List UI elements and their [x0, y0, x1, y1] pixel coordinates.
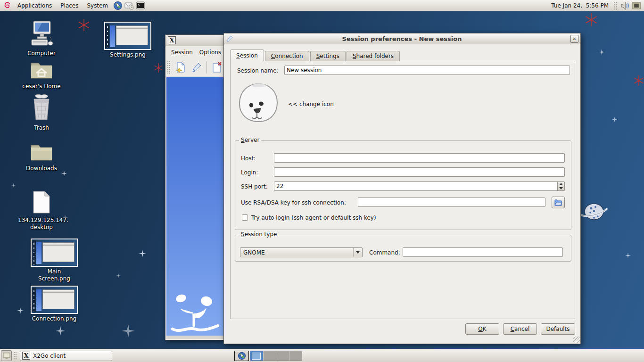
window-list-applet[interactable]: [234, 351, 249, 361]
terminal-launcher[interactable]: [136, 1, 145, 10]
desktop-icon-trash[interactable]: Trash: [18, 94, 65, 132]
host-input[interactable]: [274, 153, 565, 163]
file-manager-icon: [632, 1, 641, 10]
computer-icon: [29, 21, 54, 47]
delete-session-button[interactable]: [209, 60, 225, 74]
open-folder-icon: [554, 199, 562, 206]
panel-handle[interactable]: [614, 1, 618, 10]
change-icon-hint[interactable]: << change icon: [288, 101, 334, 107]
screenshot-thumbnail: [31, 286, 78, 314]
show-desktop-button[interactable]: [1, 350, 12, 361]
ssh-port-input[interactable]: [274, 181, 565, 191]
dropdown-selected-value: GNOME: [240, 249, 353, 256]
ok-button[interactable]: OK: [465, 323, 499, 335]
desktop-icon-downloads[interactable]: Downloads: [18, 141, 65, 172]
sparkle: [116, 273, 121, 278]
arrow-up-icon: [559, 183, 563, 185]
desktop-icon-computer[interactable]: Computer: [18, 21, 65, 57]
close-icon[interactable]: ✕: [570, 35, 578, 43]
resize-grip[interactable]: [573, 337, 580, 343]
tab-label: Connection: [271, 53, 303, 59]
tab-session[interactable]: Session: [230, 49, 264, 61]
session-type-dropdown[interactable]: GNOME: [240, 247, 363, 257]
home-folder-icon: [29, 59, 54, 80]
x2go-app-icon: X: [168, 36, 176, 44]
rsa-key-input[interactable]: [358, 197, 545, 207]
menu-applications[interactable]: Applications: [13, 1, 56, 10]
desktop-icon-desktop-file[interactable]: 134.129.125.147. desktop: [18, 190, 65, 231]
toolbar-separator: [206, 61, 207, 74]
menu-options[interactable]: Options: [199, 49, 221, 56]
envelope-icon: [124, 1, 134, 10]
spin-down-button[interactable]: [558, 186, 564, 190]
screenshot-thumbnail: [104, 22, 151, 50]
new-session-button[interactable]: [173, 60, 189, 74]
desktop-icon-label: Main Screen.png: [31, 268, 78, 282]
workspace-2[interactable]: [264, 351, 277, 361]
workspace-3[interactable]: [276, 351, 289, 361]
edit-session-button[interactable]: [189, 60, 205, 74]
rsa-key-label: Use RSA/DSA key for ssh connection:: [241, 199, 346, 206]
desktop-icon-label: Connection.png: [31, 315, 78, 322]
red-star: [78, 19, 90, 31]
workspace-4[interactable]: [289, 351, 302, 361]
task-button-label: X2Go client: [33, 353, 66, 359]
desktop-icon-label: Trash: [18, 124, 65, 132]
x2go-app-icon: X: [22, 352, 30, 360]
defaults-button[interactable]: Defaults: [541, 323, 575, 335]
desktop-icon-label: Computer: [18, 50, 65, 57]
tab-settings[interactable]: Settings: [310, 51, 346, 61]
session-tab-page: Session name: << change icon Server Host…: [230, 61, 575, 319]
clock-applet[interactable]: Tue Jan 24, 5:56 PM: [547, 2, 612, 9]
session-preferences-dialog: Session preferences - New session ✕ Sess…: [223, 33, 581, 344]
session-seal-icon[interactable]: [237, 82, 280, 123]
tab-label: Settings: [316, 53, 339, 59]
session-name-label: Session name:: [237, 67, 279, 74]
menu-places[interactable]: Places: [56, 1, 83, 10]
panel-handle[interactable]: [13, 352, 17, 360]
menu-system[interactable]: System: [83, 1, 112, 10]
desktop-icon-settings-png[interactable]: Settings.png: [104, 22, 151, 58]
browse-key-button[interactable]: [552, 197, 565, 208]
menu-session[interactable]: Session: [171, 49, 193, 56]
login-input[interactable]: [274, 167, 565, 177]
auto-login-checkbox[interactable]: [242, 214, 248, 221]
tab-shared-folders[interactable]: Shared folders: [347, 51, 400, 61]
server-groupbox: Server Host: Login: SSH port: Use RSA/DS…: [235, 140, 571, 230]
desktop-icon-label: Downloads: [18, 165, 65, 172]
tab-label: Shared folders: [353, 53, 394, 59]
command-label: Command:: [369, 249, 400, 256]
bottom-panel: X X2Go client: [0, 349, 644, 362]
dialog-titlebar[interactable]: Session preferences - New session ✕: [224, 33, 580, 44]
tab-connection[interactable]: Connection: [265, 51, 309, 61]
host-label: Host:: [241, 155, 256, 162]
tray-icon[interactable]: [632, 1, 641, 10]
auto-login-label[interactable]: Try auto login (ssh-agent or default ssh…: [251, 214, 376, 221]
desktop-icon-home[interactable]: cesar's Home: [18, 59, 65, 90]
desktop-icon-main-screen-png[interactable]: Main Screen.png: [31, 239, 78, 282]
trash-icon: [30, 94, 53, 122]
mail-launcher[interactable]: [124, 1, 134, 10]
sparkle: [139, 250, 146, 257]
globe-cursor-icon: [113, 1, 123, 10]
terminal-icon: [136, 1, 145, 10]
cancel-button[interactable]: Cancel: [503, 323, 537, 335]
desktop-icon-connection-png[interactable]: Connection.png: [31, 286, 78, 322]
speaker-icon: [620, 1, 630, 10]
red-star: [154, 63, 163, 73]
red-star: [634, 75, 644, 86]
volume-applet[interactable]: [620, 1, 630, 10]
spin-up-button[interactable]: [558, 182, 564, 186]
session-name-input[interactable]: [284, 66, 570, 75]
dialog-title: Session preferences - New session: [233, 35, 570, 42]
task-button-x2go[interactable]: X X2Go client: [20, 351, 112, 361]
toolbar-handle[interactable]: [167, 61, 171, 74]
arrow-down-icon: [559, 187, 563, 189]
command-input[interactable]: [403, 247, 563, 257]
sparkle: [122, 324, 135, 337]
desktop-icon-label: cesar's Home: [18, 83, 65, 90]
browser-launcher[interactable]: [113, 1, 123, 10]
workspace-1[interactable]: [250, 351, 264, 361]
chevron-down-icon: [353, 248, 362, 257]
ssh-port-label: SSH port:: [241, 183, 268, 190]
